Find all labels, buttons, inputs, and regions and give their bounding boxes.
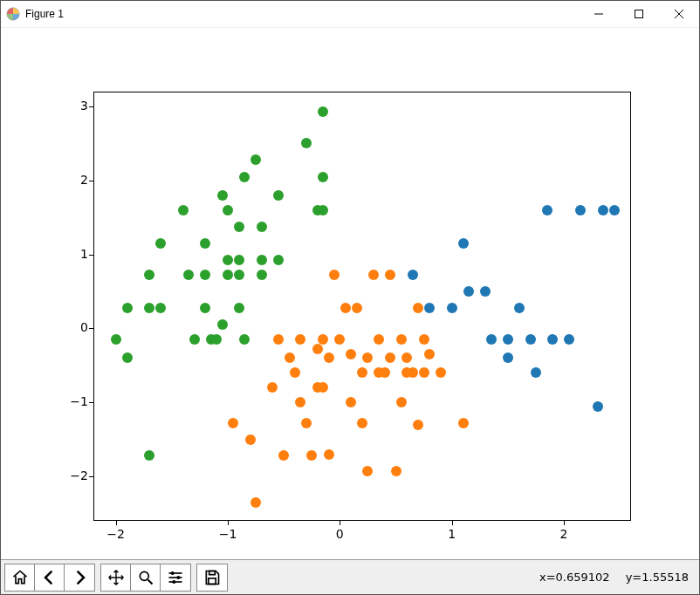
data-point	[419, 367, 429, 378]
x-tick-label: 1	[442, 527, 463, 541]
data-point	[257, 270, 267, 280]
data-point	[340, 303, 351, 313]
data-point	[424, 349, 435, 359]
data-point	[301, 418, 312, 428]
data-point	[318, 334, 328, 345]
svg-rect-2	[635, 10, 643, 18]
window-title: Figure 1	[25, 8, 64, 20]
data-point	[324, 352, 334, 363]
pan-button[interactable]	[101, 564, 131, 591]
data-point	[346, 397, 356, 407]
data-point	[217, 190, 228, 201]
data-point	[306, 450, 317, 461]
data-point	[318, 106, 328, 117]
data-point	[273, 334, 284, 345]
data-point	[396, 334, 407, 345]
svg-point-10	[171, 571, 175, 575]
data-point	[575, 205, 586, 215]
data-point	[396, 397, 407, 407]
zoom-button[interactable]	[131, 564, 161, 591]
window-titlebar: Figure 1	[1, 1, 699, 28]
data-point	[362, 352, 373, 363]
data-point	[385, 270, 395, 280]
data-point	[223, 270, 233, 280]
data-point	[178, 205, 189, 215]
x-tick	[340, 521, 340, 525]
data-point	[503, 334, 513, 345]
data-point	[593, 401, 603, 412]
maximize-button[interactable]	[619, 1, 659, 28]
data-point	[250, 154, 261, 165]
y-tick	[89, 402, 93, 403]
data-point	[547, 334, 558, 345]
data-point	[200, 270, 210, 280]
data-point	[503, 352, 513, 363]
plot-area[interactable]: −2−1012−2−10123	[1, 28, 699, 559]
y-tick-label: −1	[64, 394, 88, 408]
data-point	[362, 466, 373, 476]
data-point	[380, 367, 390, 378]
data-point	[391, 466, 401, 476]
y-tick-label: 1	[64, 247, 88, 261]
data-point	[111, 334, 121, 345]
data-point	[234, 222, 244, 232]
data-point	[273, 255, 284, 265]
y-tick	[89, 328, 93, 329]
data-point	[228, 418, 238, 428]
forward-button[interactable]	[65, 564, 94, 591]
data-point	[257, 222, 267, 232]
data-point	[564, 334, 574, 345]
minimize-button[interactable]	[579, 1, 619, 28]
data-point	[374, 334, 384, 345]
y-tick-label: 3	[64, 99, 88, 113]
data-point	[239, 334, 250, 345]
subplots-button[interactable]	[161, 564, 190, 591]
data-point	[542, 205, 552, 215]
save-button[interactable]	[197, 564, 227, 591]
data-point	[183, 270, 194, 280]
data-point	[144, 270, 154, 280]
data-point	[223, 255, 233, 265]
data-point	[334, 334, 345, 345]
data-point	[267, 382, 278, 393]
data-point	[318, 205, 328, 215]
data-point	[301, 138, 312, 148]
data-point	[531, 367, 541, 378]
data-point	[324, 449, 334, 460]
data-point	[144, 450, 154, 461]
data-point	[458, 238, 469, 249]
cursor-y-readout: y=1.55518	[626, 571, 689, 584]
cursor-x-readout: x=0.659102	[539, 571, 610, 584]
data-point	[189, 334, 200, 345]
data-point	[295, 397, 305, 407]
data-point	[245, 434, 256, 445]
x-tick-label: −1	[217, 527, 238, 541]
data-point	[257, 255, 267, 265]
x-tick	[452, 521, 453, 525]
data-point	[329, 270, 340, 280]
y-tick	[89, 106, 93, 107]
y-tick-label: 0	[64, 320, 88, 334]
data-point	[401, 352, 412, 363]
axes-border	[93, 92, 631, 521]
data-point	[122, 352, 133, 363]
home-button[interactable]	[5, 564, 35, 591]
data-point	[413, 303, 423, 313]
x-tick	[228, 521, 229, 525]
data-point	[217, 319, 228, 330]
data-point	[200, 238, 210, 249]
data-point	[408, 270, 418, 280]
x-tick-label: −2	[106, 527, 127, 541]
close-button[interactable]	[659, 1, 699, 28]
data-point	[436, 367, 446, 378]
data-point	[368, 270, 379, 280]
data-point	[357, 418, 367, 428]
data-point	[234, 303, 244, 313]
data-point	[295, 334, 305, 345]
data-point	[155, 303, 166, 313]
svg-rect-14	[209, 578, 216, 584]
back-button[interactable]	[35, 564, 65, 591]
data-point	[408, 367, 418, 378]
data-point	[463, 286, 474, 297]
data-point	[223, 205, 233, 215]
